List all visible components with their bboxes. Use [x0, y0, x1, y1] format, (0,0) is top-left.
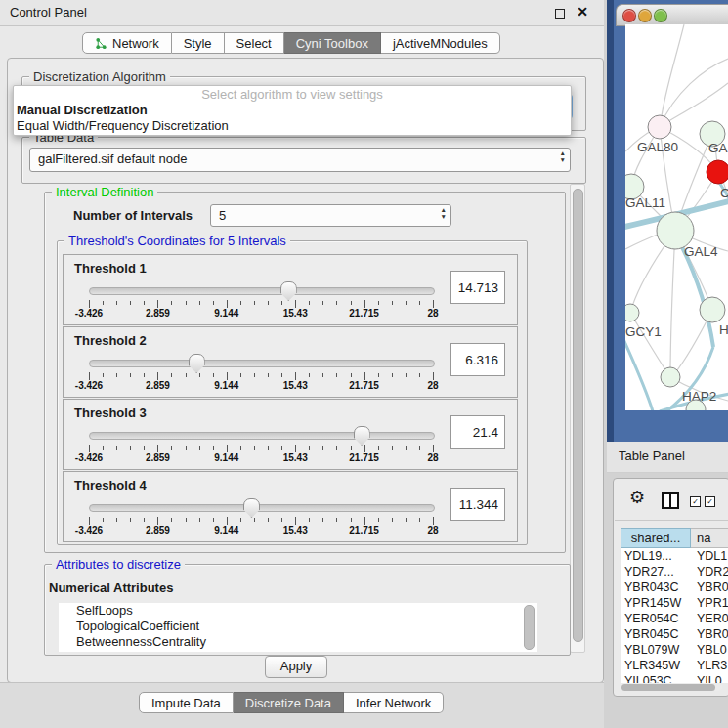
network-node-gcy1[interactable]: [625, 304, 639, 321]
column-header-name[interactable]: na: [691, 528, 728, 548]
tick-mark: [157, 445, 158, 452]
tab-jactivemnodules[interactable]: jActiveMNodules: [381, 32, 500, 54]
close-traffic-icon[interactable]: [622, 9, 636, 22]
tick-label: 2.859: [146, 308, 170, 319]
tick-label: 9.144: [214, 525, 238, 535]
tick-label: 15.43: [283, 308, 308, 319]
apply-button[interactable]: Apply: [265, 656, 327, 678]
node-label: GCY1: [625, 324, 662, 339]
algorithm-option-equal-width-frequency-discretization[interactable]: Equal Width/Frequency Discretization: [14, 118, 571, 134]
tab-style[interactable]: Style: [172, 32, 225, 54]
tick-label: 15.43: [283, 380, 308, 391]
scrollbar-thumb[interactable]: [573, 189, 583, 642]
slider-track[interactable]: [89, 287, 435, 295]
stepper-down-icon[interactable]: ▼: [441, 213, 447, 220]
slider-track[interactable]: [89, 432, 435, 440]
network-canvas[interactable]: GAL80GACGAL11GAL4GCY1HHAP2: [625, 24, 728, 410]
scrollbar-thumb[interactable]: [621, 684, 715, 691]
tab-label: Infer Network: [356, 696, 431, 710]
slider-track[interactable]: [89, 504, 435, 512]
tick-mark: [406, 373, 407, 377]
tick-mark: [213, 518, 214, 522]
network-window-titlebar[interactable]: [616, 4, 728, 26]
list-scrollbar-thumb[interactable]: [524, 605, 535, 650]
slider-thumb[interactable]: [354, 426, 370, 446]
tick-mark: [392, 301, 393, 305]
tick-mark: [378, 301, 379, 305]
columns-icon[interactable]: [662, 492, 679, 509]
table-panel: ⚙ ✓ ✓ shared... na YDL19...YDL1YDR27...Y…: [613, 478, 728, 697]
tick-mark: [240, 446, 241, 450]
close-icon[interactable]: ✕: [577, 4, 588, 20]
table-row[interactable]: YIL053CYIL0: [621, 673, 728, 683]
column-header-shared-name[interactable]: shared...: [621, 528, 691, 548]
tick-mark: [295, 445, 296, 452]
table-row[interactable]: YBR045CYBR0: [621, 626, 728, 642]
cell-shared-name: YLR345W: [621, 658, 691, 673]
threshold-value-field[interactable]: 21.4: [450, 415, 505, 449]
network-node-h[interactable]: [700, 297, 725, 322]
checkbox-icon[interactable]: ✓: [705, 496, 715, 507]
top-tab-bar: NetworkStyleSelectCyni ToolboxjActiveMNo…: [82, 32, 500, 54]
tick-mark: [116, 518, 117, 522]
tab-infer-network[interactable]: Infer Network: [344, 692, 444, 713]
tick-mark: [322, 301, 323, 305]
slider-thumb[interactable]: [189, 354, 205, 373]
attributes-list[interactable]: SelfLoopsTopologicalCoefficientBetweenne…: [59, 603, 537, 652]
stepper-icon[interactable]: ▲ ▼: [560, 150, 566, 163]
network-node-hap2[interactable]: [661, 367, 680, 387]
table-row[interactable]: YBR043CYBR0: [621, 579, 728, 595]
tab-discretize-data[interactable]: Discretize Data: [234, 692, 344, 713]
tick-mark: [186, 301, 187, 305]
table-row[interactable]: YER054CYER0: [621, 611, 728, 626]
slider-thumb[interactable]: [280, 281, 297, 301]
checkbox-icon[interactable]: ✓: [690, 496, 701, 507]
tab-select[interactable]: Select: [225, 32, 284, 54]
stepper-icon[interactable]: ▲ ▼: [441, 206, 447, 220]
tick-label: 28: [427, 380, 438, 391]
slider-thumb[interactable]: [243, 498, 260, 518]
tick-label: 2.859: [146, 452, 170, 463]
table-row[interactable]: YPR145WYPR1: [621, 595, 728, 611]
stepper-up-icon[interactable]: ▲: [560, 150, 566, 156]
tick-mark: [199, 373, 200, 377]
attribute-item-topologicalcoefficient[interactable]: TopologicalCoefficient: [59, 619, 537, 634]
algorithm-option-manual-discretization[interactable]: Manual Discretization: [14, 103, 571, 118]
threshold-value-field[interactable]: 14.713: [450, 271, 505, 304]
network-node-c[interactable]: [707, 160, 728, 184]
node-label: GAL4: [684, 244, 718, 259]
table-row[interactable]: YDL19...YDL1: [621, 548, 728, 564]
tick-mark: [116, 301, 117, 305]
num-intervals-combobox[interactable]: 5 ▲ ▼: [210, 204, 451, 227]
threshold-value-field[interactable]: 6.316: [450, 343, 505, 376]
gear-icon[interactable]: ⚙: [629, 487, 645, 508]
table-rows: YDL19...YDL1YDR27...YDR2YBR043CYBR0YPR14…: [621, 548, 728, 683]
attribute-item-selfloops[interactable]: SelfLoops: [59, 603, 537, 619]
horizontal-scrollbar[interactable]: [621, 683, 722, 691]
tick-mark: [199, 518, 200, 522]
attribute-item-betweennesscentrality[interactable]: BetweennessCentrality: [59, 634, 537, 650]
tab-network[interactable]: Network: [82, 32, 172, 54]
table-data-combobox[interactable]: galFiltered.sif default node ▲ ▼: [29, 148, 571, 172]
tab-impute-data[interactable]: Impute Data: [139, 692, 234, 713]
network-node-gal80[interactable]: [648, 115, 671, 139]
tick-mark: [295, 517, 296, 525]
tick-mark: [351, 301, 352, 305]
table-row[interactable]: YBL079WYBL0: [621, 642, 728, 658]
minimize-traffic-icon[interactable]: [638, 9, 652, 22]
vertical-scrollbar[interactable]: [570, 184, 585, 653]
tick-mark: [240, 373, 241, 377]
table-row[interactable]: YLR345WYLR3: [621, 658, 728, 673]
slider-track[interactable]: [89, 360, 435, 367]
float-window-icon[interactable]: [555, 9, 565, 19]
threshold-value-field[interactable]: 11.344: [450, 488, 505, 521]
tick-mark: [103, 518, 104, 522]
table-row[interactable]: YDR27...YDR2: [621, 564, 728, 579]
zoom-traffic-icon[interactable]: [654, 9, 667, 22]
tick-mark: [309, 373, 310, 377]
stepper-up-icon[interactable]: ▲: [441, 206, 447, 213]
tab-cyni-toolbox[interactable]: Cyni Toolbox: [284, 32, 381, 54]
stepper-down-icon[interactable]: ▼: [560, 156, 566, 163]
tick-mark: [227, 300, 228, 308]
table-panel-titlebar: Table Panel: [607, 442, 728, 473]
